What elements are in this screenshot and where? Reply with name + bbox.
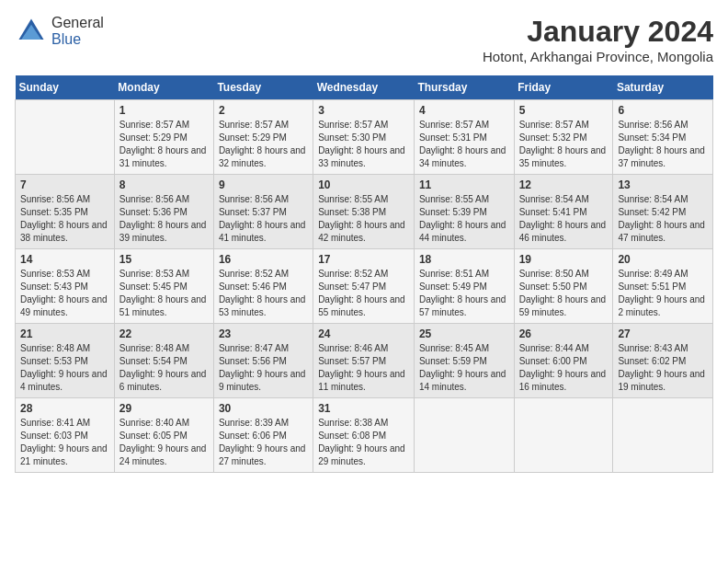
calendar-cell: 22 Sunrise: 8:48 AMSunset: 5:54 PMDaylig… (114, 324, 213, 398)
weekday-header-sunday: Sunday (16, 75, 115, 100)
day-number: 8 (119, 178, 209, 191)
calendar-week-row: 28 Sunrise: 8:41 AMSunset: 6:03 PMDaylig… (16, 398, 713, 473)
day-info: Sunrise: 8:53 AMSunset: 5:43 PMDaylight:… (20, 268, 109, 319)
day-info: Sunrise: 8:44 AMSunset: 6:00 PMDaylight:… (519, 342, 609, 394)
calendar-subtitle: Hotont, Arkhangai Province, Mongolia (483, 49, 713, 64)
page-header: General Blue January 2024 Hotont, Arkhan… (15, 15, 713, 64)
day-number: 31 (318, 402, 409, 415)
day-number: 9 (219, 178, 308, 191)
calendar-week-row: 1 Sunrise: 8:57 AMSunset: 5:29 PMDayligh… (16, 100, 713, 175)
day-info: Sunrise: 8:57 AMSunset: 5:32 PMDaylight:… (519, 119, 609, 170)
logo: General Blue (15, 15, 104, 48)
calendar-week-row: 7 Sunrise: 8:56 AMSunset: 5:35 PMDayligh… (16, 175, 713, 249)
calendar-cell: 25 Sunrise: 8:45 AMSunset: 5:59 PMDaylig… (414, 324, 514, 398)
day-number: 24 (318, 327, 409, 340)
day-info: Sunrise: 8:53 AMSunset: 5:45 PMDaylight:… (119, 268, 209, 319)
day-info: Sunrise: 8:52 AMSunset: 5:47 PMDaylight:… (318, 268, 409, 319)
day-number: 6 (618, 104, 708, 117)
day-info: Sunrise: 8:50 AMSunset: 5:50 PMDaylight:… (519, 268, 609, 319)
day-number: 25 (419, 327, 509, 340)
calendar-cell: 10 Sunrise: 8:55 AMSunset: 5:38 PMDaylig… (313, 175, 415, 249)
day-number: 29 (119, 402, 209, 415)
day-number: 12 (519, 178, 609, 191)
day-info: Sunrise: 8:56 AMSunset: 5:34 PMDaylight:… (618, 119, 708, 170)
day-info: Sunrise: 8:45 AMSunset: 5:59 PMDaylight:… (419, 342, 509, 394)
weekday-header-thursday: Thursday (414, 75, 514, 100)
day-number: 23 (219, 327, 308, 340)
calendar-cell: 5 Sunrise: 8:57 AMSunset: 5:32 PMDayligh… (514, 100, 613, 175)
calendar-cell: 16 Sunrise: 8:52 AMSunset: 5:46 PMDaylig… (213, 249, 313, 324)
day-info: Sunrise: 8:46 AMSunset: 5:57 PMDaylight:… (318, 342, 409, 394)
day-number: 15 (119, 253, 209, 266)
calendar-cell: 27 Sunrise: 8:43 AMSunset: 6:02 PMDaylig… (613, 324, 713, 398)
calendar-cell: 7 Sunrise: 8:56 AMSunset: 5:35 PMDayligh… (16, 175, 115, 249)
calendar-cell: 17 Sunrise: 8:52 AMSunset: 5:47 PMDaylig… (313, 249, 415, 324)
day-info: Sunrise: 8:48 AMSunset: 5:54 PMDaylight:… (119, 342, 209, 394)
calendar-cell: 8 Sunrise: 8:56 AMSunset: 5:36 PMDayligh… (114, 175, 213, 249)
calendar-cell: 3 Sunrise: 8:57 AMSunset: 5:30 PMDayligh… (313, 100, 415, 175)
calendar-cell: 4 Sunrise: 8:57 AMSunset: 5:31 PMDayligh… (414, 100, 514, 175)
calendar-week-row: 14 Sunrise: 8:53 AMSunset: 5:43 PMDaylig… (16, 249, 713, 324)
calendar-cell (514, 398, 613, 473)
day-number: 17 (318, 253, 409, 266)
day-info: Sunrise: 8:56 AMSunset: 5:37 PMDaylight:… (219, 193, 308, 245)
weekday-header-friday: Friday (514, 75, 613, 100)
calendar-table: SundayMondayTuesdayWednesdayThursdayFrid… (15, 75, 713, 473)
weekday-header-row: SundayMondayTuesdayWednesdayThursdayFrid… (16, 75, 713, 100)
day-number: 1 (119, 104, 209, 117)
day-number: 26 (519, 327, 609, 340)
day-info: Sunrise: 8:57 AMSunset: 5:31 PMDaylight:… (419, 119, 509, 170)
calendar-week-row: 21 Sunrise: 8:48 AMSunset: 5:53 PMDaylig… (16, 324, 713, 398)
calendar-cell: 23 Sunrise: 8:47 AMSunset: 5:56 PMDaylig… (213, 324, 313, 398)
calendar-cell: 29 Sunrise: 8:40 AMSunset: 6:05 PMDaylig… (114, 398, 213, 473)
day-number: 11 (419, 178, 509, 191)
calendar-cell: 31 Sunrise: 8:38 AMSunset: 6:08 PMDaylig… (313, 398, 415, 473)
day-info: Sunrise: 8:39 AMSunset: 6:06 PMDaylight:… (219, 417, 308, 468)
calendar-cell: 15 Sunrise: 8:53 AMSunset: 5:45 PMDaylig… (114, 249, 213, 324)
calendar-cell: 18 Sunrise: 8:51 AMSunset: 5:49 PMDaylig… (414, 249, 514, 324)
logo-blue: Blue (51, 31, 81, 47)
logo-icon (15, 15, 48, 48)
weekday-header-tuesday: Tuesday (213, 75, 313, 100)
day-info: Sunrise: 8:54 AMSunset: 5:41 PMDaylight:… (519, 193, 609, 245)
calendar-cell: 24 Sunrise: 8:46 AMSunset: 5:57 PMDaylig… (313, 324, 415, 398)
calendar-cell (613, 398, 713, 473)
day-info: Sunrise: 8:49 AMSunset: 5:51 PMDaylight:… (618, 268, 708, 319)
calendar-cell: 28 Sunrise: 8:41 AMSunset: 6:03 PMDaylig… (16, 398, 115, 473)
calendar-cell: 11 Sunrise: 8:55 AMSunset: 5:39 PMDaylig… (414, 175, 514, 249)
day-number: 4 (419, 104, 509, 117)
weekday-header-wednesday: Wednesday (313, 75, 415, 100)
day-info: Sunrise: 8:38 AMSunset: 6:08 PMDaylight:… (318, 417, 409, 468)
day-number: 28 (20, 402, 109, 415)
day-info: Sunrise: 8:56 AMSunset: 5:36 PMDaylight:… (119, 193, 209, 245)
day-info: Sunrise: 8:55 AMSunset: 5:39 PMDaylight:… (419, 193, 509, 245)
day-number: 7 (20, 178, 109, 191)
day-number: 13 (618, 178, 708, 191)
logo-text: General Blue (51, 15, 104, 48)
calendar-cell: 9 Sunrise: 8:56 AMSunset: 5:37 PMDayligh… (213, 175, 313, 249)
calendar-cell: 20 Sunrise: 8:49 AMSunset: 5:51 PMDaylig… (613, 249, 713, 324)
day-info: Sunrise: 8:43 AMSunset: 6:02 PMDaylight:… (618, 342, 708, 394)
calendar-title: January 2024 (483, 15, 713, 49)
day-info: Sunrise: 8:54 AMSunset: 5:42 PMDaylight:… (618, 193, 708, 245)
day-number: 18 (419, 253, 509, 266)
day-number: 21 (20, 327, 109, 340)
weekday-header-saturday: Saturday (613, 75, 713, 100)
day-number: 27 (618, 327, 708, 340)
day-number: 5 (519, 104, 609, 117)
logo-general: General (51, 15, 104, 30)
day-info: Sunrise: 8:52 AMSunset: 5:46 PMDaylight:… (219, 268, 308, 319)
day-info: Sunrise: 8:48 AMSunset: 5:53 PMDaylight:… (20, 342, 109, 394)
day-number: 19 (519, 253, 609, 266)
day-number: 22 (119, 327, 209, 340)
day-info: Sunrise: 8:41 AMSunset: 6:03 PMDaylight:… (20, 417, 109, 468)
calendar-cell: 30 Sunrise: 8:39 AMSunset: 6:06 PMDaylig… (213, 398, 313, 473)
day-number: 3 (318, 104, 409, 117)
title-section: January 2024 Hotont, Arkhangai Province,… (483, 15, 713, 64)
day-info: Sunrise: 8:55 AMSunset: 5:38 PMDaylight:… (318, 193, 409, 245)
day-number: 14 (20, 253, 109, 266)
day-number: 16 (219, 253, 308, 266)
day-info: Sunrise: 8:40 AMSunset: 6:05 PMDaylight:… (119, 417, 209, 468)
day-info: Sunrise: 8:57 AMSunset: 5:29 PMDaylight:… (219, 119, 308, 170)
day-info: Sunrise: 8:51 AMSunset: 5:49 PMDaylight:… (419, 268, 509, 319)
